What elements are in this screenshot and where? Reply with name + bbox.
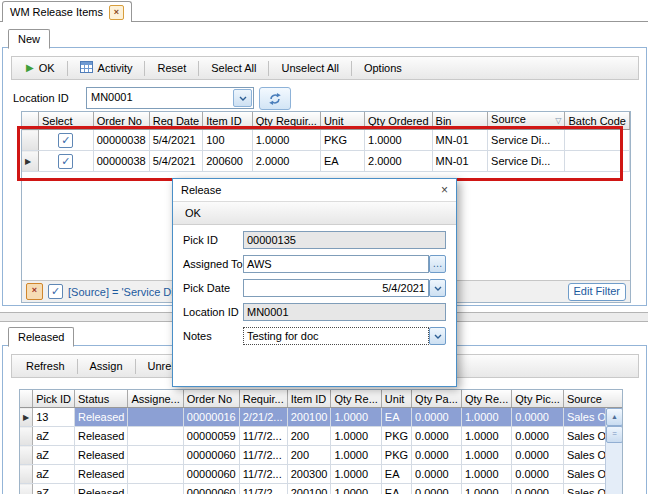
ok-button[interactable]: ▶ OK <box>16 58 65 78</box>
cell-assigned[interactable] <box>128 427 183 446</box>
column-header-select[interactable]: Select <box>38 112 93 130</box>
cell-qty-re[interactable]: 1.0000 <box>461 465 511 484</box>
column-header-qty-ordered[interactable]: Qty Ordered <box>365 112 433 130</box>
cell-required[interactable]: 11/7/2... <box>239 427 287 446</box>
cell-qty-ordered[interactable]: 2.0000 <box>365 151 433 172</box>
table-row-selected[interactable]: ▶ 13 Released 00000016 2/21/2... 200100 … <box>20 408 623 427</box>
cell-source[interactable]: Service Di... <box>488 130 565 151</box>
dialog-ok-button[interactable]: OK <box>175 203 211 223</box>
cell-required[interactable]: 2/21/2... <box>239 408 287 427</box>
cell-qty-re[interactable]: 1.0000 <box>461 484 511 494</box>
column-header-source[interactable]: Source <box>563 390 623 408</box>
cell-unit[interactable]: PKG <box>320 130 364 151</box>
cell-bin[interactable]: MN-01 <box>432 151 488 172</box>
cell-required[interactable]: 11/7/2... <box>239 446 287 465</box>
cell-batch-code[interactable] <box>565 151 630 172</box>
location-id-combo[interactable]: MN0001 <box>86 87 254 109</box>
cell-order-no[interactable]: 00000060 <box>183 446 239 465</box>
assigned-to-lookup-button[interactable]: … <box>429 255 446 273</box>
cell-item-id[interactable]: 100 <box>203 130 253 151</box>
document-tab-wm-release-items[interactable]: WM Release Items × <box>2 1 132 22</box>
cell-batch-code[interactable] <box>565 130 630 151</box>
cell-order-no[interactable]: 00000016 <box>183 408 239 427</box>
column-header-assigned[interactable]: Assigne... <box>128 390 183 408</box>
cell-qty-pic[interactable]: 0.0000 <box>512 408 564 427</box>
cell-status[interactable]: Released <box>75 427 128 446</box>
cell-order-no[interactable]: 00000060 <box>183 484 239 494</box>
column-header-qty-required[interactable]: Qty Requir... <box>252 112 320 130</box>
column-header-batch-code[interactable]: Batch Code <box>565 112 630 130</box>
cell-qty-req[interactable]: 1.0000 <box>331 408 381 427</box>
scroll-up-button[interactable]: ▲ <box>606 408 623 426</box>
cell-assigned[interactable] <box>128 484 183 494</box>
column-header-qty-req[interactable]: Qty Re... <box>331 390 381 408</box>
assigned-to-field[interactable]: AWS <box>243 255 429 273</box>
cell-qty-req[interactable]: 1.0000 <box>331 465 381 484</box>
location-refresh-button[interactable] <box>259 87 291 110</box>
column-header-order-no[interactable]: Order No <box>93 112 149 130</box>
cell-qty-pic[interactable]: 0.0000 <box>512 446 564 465</box>
checkbox-checked[interactable]: ✓ <box>58 133 73 148</box>
cell-qty-pa[interactable]: 0.0000 <box>412 465 462 484</box>
cell-unit[interactable]: PKG <box>381 427 411 446</box>
pick-date-dropdown-button[interactable] <box>429 279 446 297</box>
cell-assigned[interactable] <box>128 465 183 484</box>
notes-dropdown-button[interactable] <box>429 327 446 345</box>
cell-qty-pa[interactable]: 0.0000 <box>412 446 462 465</box>
table-row[interactable]: aZ Released 00000059 11/7/2... 200 1.000… <box>20 427 623 446</box>
cell-status[interactable]: Released <box>75 408 128 427</box>
edit-filter-button[interactable]: Edit Filter <box>568 283 626 301</box>
cell-unit[interactable]: EA <box>381 484 411 494</box>
assign-button[interactable]: Assign <box>80 356 133 376</box>
cell-item-id[interactable]: 200 <box>287 446 331 465</box>
unselect-all-button[interactable]: Unselect All <box>271 58 348 78</box>
cell-order-no[interactable]: 00000038 <box>93 151 149 172</box>
cell-qty-pic[interactable]: 0.0000 <box>512 484 564 494</box>
cell-unit[interactable]: EA <box>320 151 364 172</box>
cell-qty-re[interactable]: 1.0000 <box>461 446 511 465</box>
cell-bin[interactable]: MN-01 <box>432 130 488 151</box>
column-header-pick-id[interactable]: Pick ID <box>33 390 75 408</box>
refresh-button[interactable]: Refresh <box>16 356 75 376</box>
options-button[interactable]: Options <box>354 58 412 78</box>
table-row[interactable]: aZ Released 00000060 11/7/2... 200 1.000… <box>20 446 623 465</box>
cell-select[interactable]: ✓ <box>38 130 93 151</box>
dialog-close-icon[interactable]: × <box>441 184 448 196</box>
scrollbar-thumb[interactable]: = <box>606 426 623 443</box>
table-row[interactable]: aZ Released 00000060 11/7/2... 200300 1.… <box>20 465 623 484</box>
cell-unit[interactable]: EA <box>381 465 411 484</box>
location-id-dropdown-button[interactable] <box>233 89 252 107</box>
filter-checkbox[interactable]: ✓ <box>48 284 63 299</box>
cell-qty-re[interactable]: 1.0000 <box>461 408 511 427</box>
cell-qty-required[interactable]: 1.0000 <box>252 130 320 151</box>
column-header-unit[interactable]: Unit <box>320 112 364 130</box>
cell-item-id[interactable]: 200100 <box>287 484 331 494</box>
cell-req-date[interactable]: 5/4/2021 <box>149 151 202 172</box>
tab-close-icon[interactable]: × <box>109 5 124 20</box>
column-header-bin[interactable]: Bin <box>432 112 488 130</box>
cell-qty-req[interactable]: 1.0000 <box>331 427 381 446</box>
cell-required[interactable]: 11/7/2... <box>239 465 287 484</box>
cell-pick-id[interactable]: 13 <box>33 408 75 427</box>
column-header-qty-re[interactable]: Qty Re... <box>461 390 511 408</box>
cell-qty-pic[interactable]: 0.0000 <box>512 427 564 446</box>
table-row[interactable]: ▶ ✓ 00000038 5/4/2021 200600 2.0000 EA 2… <box>22 151 630 172</box>
cell-status[interactable]: Released <box>75 484 128 494</box>
cell-qty-pic[interactable]: 0.0000 <box>512 465 564 484</box>
notes-field[interactable]: Testing for doc <box>243 327 429 345</box>
cell-item-id[interactable]: 200 <box>287 427 331 446</box>
table-row[interactable]: aZ Released 00000060 11/7/2... 200100 1.… <box>20 484 623 494</box>
column-header-qty-pic[interactable]: Qty Pic... <box>512 390 564 408</box>
cell-pick-id[interactable]: aZ <box>33 465 75 484</box>
checkbox-checked[interactable]: ✓ <box>58 154 73 169</box>
vertical-scrollbar[interactable]: ▲ = <box>605 408 622 494</box>
cell-unit[interactable]: PKG <box>381 446 411 465</box>
tab-released[interactable]: Released <box>8 327 74 347</box>
column-header-status[interactable]: Status <box>75 390 128 408</box>
cell-assigned[interactable] <box>128 408 183 427</box>
cell-req-date[interactable]: 5/4/2021 <box>149 130 202 151</box>
cell-required[interactable]: 11/7/2... <box>239 484 287 494</box>
pick-date-field[interactable]: 5/4/2021 <box>243 279 429 297</box>
cell-status[interactable]: Released <box>75 465 128 484</box>
filter-close-icon[interactable]: × <box>26 283 43 300</box>
